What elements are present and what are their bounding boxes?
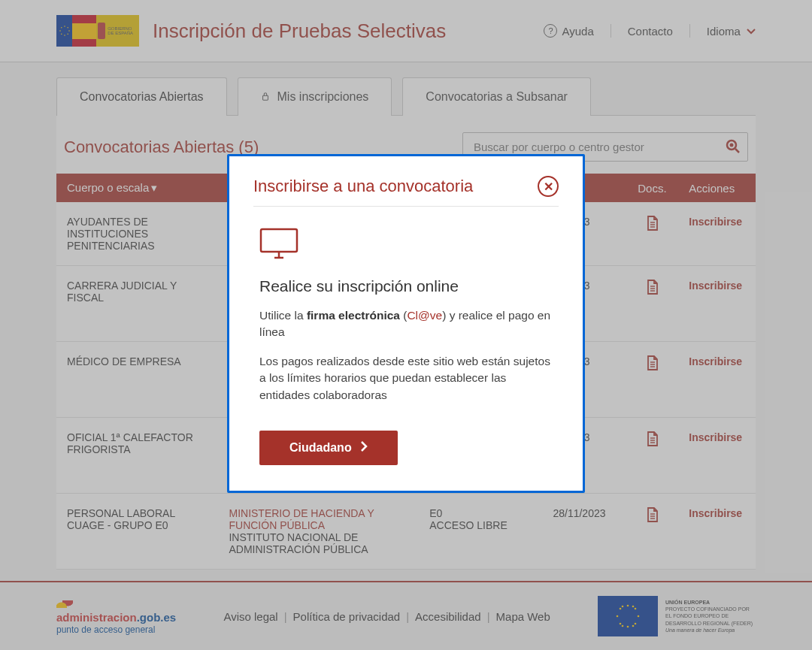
chevron-right-icon — [361, 441, 368, 455]
modal-subtitle: Realice su inscripción online — [259, 277, 559, 295]
modal: Inscribirse a una convocatoria ✕ Realice… — [227, 154, 585, 493]
modal-overlay[interactable]: Inscribirse a una convocatoria ✕ Realice… — [0, 0, 812, 650]
monitor-icon — [259, 228, 559, 264]
ciudadano-button[interactable]: Ciudadano — [259, 431, 398, 465]
modal-paragraph-2: Los pagos realizados desde este sitio we… — [259, 353, 559, 404]
modal-title: Inscribirse a una convocatoria — [253, 177, 473, 196]
modal-paragraph-1: Utilice la firma electrónica (Cl@ve) y r… — [259, 307, 559, 341]
modal-header: Inscribirse a una convocatoria ✕ — [253, 176, 559, 207]
close-button[interactable]: ✕ — [538, 176, 559, 197]
close-icon: ✕ — [544, 180, 553, 194]
svg-rect-39 — [261, 229, 297, 252]
